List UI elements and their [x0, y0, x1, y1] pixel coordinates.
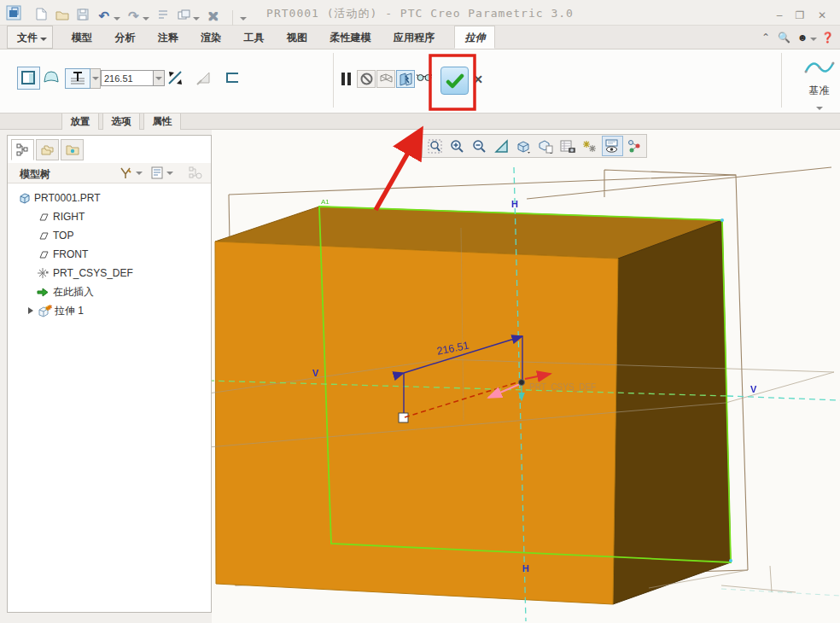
ok-button[interactable]	[440, 67, 469, 95]
display-style-icon	[516, 139, 531, 154]
extrude-dashboard: ✕ 基准	[0, 49, 840, 114]
ribbon-utilities: ⌃ 🔍 ☻ ❓	[759, 29, 835, 44]
tree-settings-icon	[189, 166, 202, 179]
remove-material-button[interactable]	[196, 70, 213, 85]
folder-browser-tab[interactable]	[36, 139, 59, 160]
tab-render[interactable]: 渲染	[191, 26, 230, 49]
title-bar: ↶ ↷ 🗙 PRT0001 (活动的) - PTC Creo Parametri…	[0, 0, 840, 26]
depth-value-input[interactable]	[101, 70, 154, 86]
depth-value-caret[interactable]	[154, 70, 165, 86]
tree-item-csys[interactable]: PRT_CSYS_DEF	[8, 264, 211, 282]
surface-button[interactable]	[43, 70, 60, 84]
flip-direction-icon	[166, 68, 184, 87]
tab-analysis[interactable]: 分析	[105, 26, 144, 49]
tab-file[interactable]: 文件	[7, 26, 53, 49]
tree-item-label: FRONT	[53, 248, 88, 260]
tab-properties[interactable]: 属性	[143, 114, 181, 130]
zoom-in-icon	[450, 139, 464, 154]
remove-material-icon	[196, 70, 213, 85]
verify-glasses-icon	[417, 73, 432, 82]
model-tree-tab-icon	[16, 143, 29, 156]
tree-filters-icon[interactable]	[119, 166, 132, 179]
model-tree: PRT0001.PRT RIGHT TOP FRONT PRT_CSYS_DEF	[8, 189, 211, 320]
view-manager-button[interactable]	[557, 136, 579, 156]
collapse-ribbon-icon[interactable]: ⌃	[759, 32, 773, 44]
datum-caret-icon[interactable]	[816, 107, 823, 110]
repaint-icon	[494, 139, 509, 154]
pause-button[interactable]	[341, 72, 352, 86]
tree-item-label: RIGHT	[53, 211, 85, 223]
tab-extrude-active[interactable]: 拉伸	[454, 26, 495, 49]
tab-applications[interactable]: 应用程序	[384, 26, 444, 49]
view-manager-icon	[560, 139, 575, 154]
tree-item-top-plane[interactable]: TOP	[8, 226, 211, 245]
thicken-sketch-button[interactable]	[225, 72, 240, 84]
display-style-button[interactable]	[513, 136, 534, 156]
account-icon[interactable]: ☻	[796, 32, 810, 44]
zoom-out-button[interactable]	[469, 136, 490, 156]
in-graphics-toolbar	[422, 134, 647, 158]
depth-type-caret[interactable]	[90, 68, 101, 89]
spin-center-button[interactable]	[624, 136, 645, 156]
group-divider	[333, 53, 334, 108]
tree-item-label: TOP	[53, 230, 73, 242]
solid-button[interactable]	[17, 67, 40, 90]
datum-display-button[interactable]	[580, 136, 601, 156]
shaded-preview-button[interactable]	[396, 70, 415, 88]
model-tree-tab[interactable]	[11, 139, 34, 160]
tab-placement[interactable]: 放置	[61, 114, 99, 130]
minimize-button[interactable]: –	[770, 7, 789, 22]
datum-divider	[781, 53, 782, 108]
depth-type-button[interactable]	[65, 68, 90, 89]
ok-check-icon	[446, 73, 464, 89]
datum-group[interactable]: 基准	[798, 51, 840, 113]
tree-columns-caret[interactable]	[166, 172, 173, 175]
expand-arrow-icon[interactable]	[25, 307, 37, 314]
extrude-feature-icon: ✱✱	[37, 305, 52, 317]
no-preview-icon	[360, 73, 373, 85]
tree-item-label: PRT_CSYS_DEF	[53, 267, 133, 279]
tab-flexible-modeling[interactable]: 柔性建模	[321, 26, 381, 49]
refit-icon	[428, 139, 442, 154]
graphics-area[interactable]	[212, 130, 840, 623]
favorites-tab[interactable]	[61, 139, 84, 160]
tree-columns-icon[interactable]	[151, 166, 163, 179]
ribbon-tab-row: 文件 模型 分析 注释 渲染 工具 视图 柔性建模 应用程序 拉伸	[0, 26, 840, 49]
search-icon[interactable]: 🔍	[777, 32, 791, 44]
annotation-display-button[interactable]	[602, 136, 623, 156]
saved-orientations-button[interactable]	[535, 136, 557, 156]
zoom-out-icon	[472, 139, 487, 154]
repaint-button[interactable]	[491, 136, 512, 156]
cancel-button[interactable]: ✕	[470, 73, 486, 88]
tree-item-part[interactable]: PRT0001.PRT	[8, 189, 211, 207]
wireframe-preview-button[interactable]	[376, 70, 395, 88]
tab-model[interactable]: 模型	[62, 26, 102, 49]
verify-button[interactable]	[417, 73, 432, 82]
tree-item-front-plane[interactable]: FRONT	[8, 245, 211, 264]
datum-plane-icon	[35, 250, 50, 259]
zoom-in-button[interactable]	[446, 136, 468, 156]
tree-item-insert-here[interactable]: 在此插入	[8, 282, 211, 301]
favorites-icon	[66, 144, 79, 155]
refit-button[interactable]	[424, 136, 446, 156]
tab-annotate[interactable]: 注释	[149, 26, 188, 49]
tab-view[interactable]: 视图	[277, 26, 317, 49]
model-tree-header: 模型树	[8, 163, 211, 183]
no-preview-button[interactable]	[357, 70, 376, 88]
part-icon	[16, 192, 32, 204]
tree-item-extrude1[interactable]: ✱✱ 拉伸 1	[8, 301, 211, 320]
surface-icon	[43, 70, 60, 84]
account-caret-icon[interactable]	[810, 38, 817, 41]
help-icon[interactable]: ❓	[820, 32, 835, 44]
tab-options[interactable]: 选项	[102, 114, 140, 130]
csys-icon	[35, 267, 50, 279]
tree-item-label: PRT0001.PRT	[34, 192, 101, 204]
thicken-sketch-icon	[225, 72, 240, 84]
tab-tools[interactable]: 工具	[235, 26, 274, 49]
dashboard-tab-strip: 放置 选项 属性	[0, 114, 840, 130]
tree-item-right-plane[interactable]: RIGHT	[8, 207, 211, 226]
maximize-button[interactable]: ❐	[790, 7, 809, 22]
close-button[interactable]: ✕	[813, 7, 831, 22]
tree-filters-caret[interactable]	[136, 172, 143, 175]
flip-direction-button[interactable]	[166, 68, 184, 87]
